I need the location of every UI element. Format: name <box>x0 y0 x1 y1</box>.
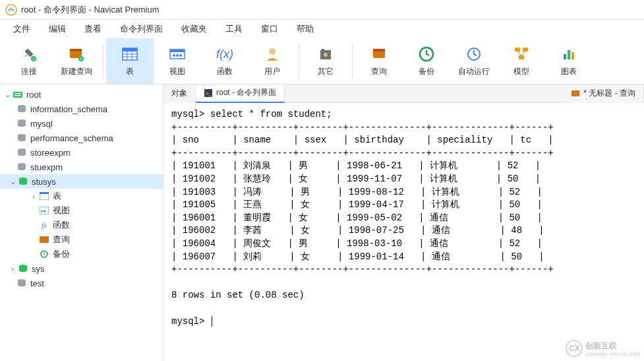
database-active-icon <box>17 177 29 186</box>
watermark-brand: 创新互联 <box>585 341 640 352</box>
svg-rect-22 <box>322 49 324 51</box>
tree-db-stuexpm[interactable]: stuexpm <box>0 160 163 174</box>
toolbar-new-query[interactable]: + 新建查询 <box>53 38 100 84</box>
tab-cmdline[interactable]: >_ root - 命令列界面 <box>196 84 285 103</box>
editor-tabs: 对象 >_ root - 命令列界面 * 无标题 - 查询 <box>163 84 644 103</box>
menu-window[interactable]: 窗口 <box>252 20 287 38</box>
menu-bar: 文件 编辑 查看 命令列界面 收藏夹 工具 窗口 帮助 <box>0 20 644 38</box>
svg-rect-30 <box>519 55 524 59</box>
tree-db-storeexpm[interactable]: storeexpm <box>0 145 163 160</box>
query-small-icon <box>571 89 580 98</box>
watermark: CX 创新互联 CHUANG XIN HU LIAN <box>566 340 640 357</box>
svg-point-48 <box>42 211 44 213</box>
tree-db-mysql[interactable]: mysql <box>0 116 163 131</box>
svg-point-17 <box>176 54 179 57</box>
database-icon <box>16 104 28 114</box>
table-icon <box>121 45 139 63</box>
svg-rect-29 <box>523 48 528 51</box>
tree-views[interactable]: 视图 <box>0 203 163 218</box>
toolbar-query[interactable]: 查询 <box>355 38 403 84</box>
svg-rect-38 <box>15 95 21 96</box>
svg-point-49 <box>44 211 46 213</box>
svg-point-16 <box>173 54 175 57</box>
toolbar-table[interactable]: 表 <box>106 38 154 84</box>
svg-line-32 <box>521 51 525 55</box>
tab-objects[interactable]: 对象 <box>163 84 196 103</box>
svg-text:f(x): f(x) <box>216 48 233 61</box>
menu-tools[interactable]: 工具 <box>216 20 252 38</box>
cmd-icon: >_ <box>204 88 213 98</box>
backup-icon <box>417 45 436 63</box>
svg-point-20 <box>269 48 276 55</box>
fx-small-icon: fx <box>38 220 50 230</box>
toolbar-separator <box>352 44 353 79</box>
connection-tree[interactable]: ⌄ root information_schema mysql performa… <box>0 84 163 361</box>
tree-db-test[interactable]: test <box>0 276 163 290</box>
svg-text:>_: >_ <box>206 90 212 96</box>
tree-queries[interactable]: 查询 <box>0 232 163 247</box>
tree-db-stusys[interactable]: ⌄ stusys <box>0 174 163 189</box>
tree-backups[interactable]: 备份 <box>0 247 163 261</box>
svg-point-18 <box>179 54 182 57</box>
svg-point-1 <box>11 7 12 8</box>
chevron-down-icon[interactable]: ⌄ <box>3 90 12 99</box>
svg-point-0 <box>6 5 16 15</box>
database-active-icon <box>17 264 29 273</box>
svg-point-23 <box>324 53 328 57</box>
toolbar-user[interactable]: 用户 <box>249 38 296 84</box>
model-icon <box>512 45 531 63</box>
tree-db-performance-schema[interactable]: performance_schema <box>0 131 163 145</box>
chevron-right-icon[interactable]: › <box>29 191 38 201</box>
database-icon <box>16 162 28 172</box>
user-icon <box>263 45 281 63</box>
svg-rect-33 <box>564 54 566 59</box>
menu-view[interactable]: 查看 <box>75 20 111 38</box>
toolbar-view[interactable]: 视图 <box>154 38 201 84</box>
svg-rect-5 <box>70 49 82 51</box>
tree-db-information-schema[interactable]: information_schema <box>0 102 163 116</box>
menu-file[interactable]: 文件 <box>4 20 40 38</box>
toolbar-autorun[interactable]: 自动运行 <box>450 38 498 84</box>
toolbar-separator <box>103 44 103 79</box>
app-logo-icon <box>5 4 17 16</box>
toolbar-function[interactable]: f(x) 函数 <box>201 38 249 84</box>
view-small-icon <box>38 206 50 215</box>
svg-rect-15 <box>170 49 185 52</box>
menu-help[interactable]: 帮助 <box>287 20 323 38</box>
tree-tables[interactable]: › 表 <box>0 189 163 203</box>
tree-functions[interactable]: fx 函数 <box>0 218 163 232</box>
backup-small-icon <box>38 249 50 259</box>
tree-connection-root[interactable]: ⌄ root <box>0 87 163 102</box>
svg-rect-46 <box>40 192 49 194</box>
view-icon <box>168 45 187 63</box>
mysql-terminal[interactable]: mysql> select * from student; +---------… <box>163 103 644 361</box>
toolbar-separator <box>299 44 299 79</box>
tree-root-label: root <box>26 90 41 100</box>
menu-edit[interactable]: 编辑 <box>40 20 75 38</box>
connection-icon <box>12 90 24 99</box>
svg-text:+: + <box>32 57 35 61</box>
svg-rect-34 <box>568 50 570 59</box>
toolbar-backup[interactable]: 备份 <box>403 38 450 84</box>
chevron-down-icon[interactable]: ⌄ <box>8 177 17 186</box>
toolbar-connect[interactable]: + 连接 <box>5 38 53 84</box>
tree-db-sys[interactable]: › sys <box>0 261 163 276</box>
chevron-right-icon[interactable]: › <box>8 264 17 273</box>
toolbar-model[interactable]: 模型 <box>498 38 545 84</box>
svg-rect-28 <box>515 48 520 51</box>
svg-text:+: + <box>80 57 82 61</box>
svg-rect-9 <box>123 48 137 51</box>
main-area: ⌄ root information_schema mysql performa… <box>0 84 644 361</box>
content-panel: 对象 >_ root - 命令列界面 * 无标题 - 查询 mysql> sel… <box>163 84 644 361</box>
svg-rect-56 <box>571 90 579 96</box>
menu-cmdline[interactable]: 命令列界面 <box>111 20 172 38</box>
toolbar-other[interactable]: 其它 <box>302 38 349 84</box>
menu-fav[interactable]: 收藏夹 <box>172 20 216 38</box>
title-bar: root - 命令列界面 - Navicat Premium <box>0 0 644 20</box>
toolbar-chart[interactable]: 图表 <box>545 38 593 84</box>
svg-rect-50 <box>40 236 49 243</box>
tab-untitled-query[interactable]: * 无标题 - 查询 <box>563 84 644 103</box>
database-icon <box>16 133 28 143</box>
watermark-sub: CHUANG XIN HU LIAN <box>585 352 640 356</box>
svg-line-31 <box>517 51 521 55</box>
